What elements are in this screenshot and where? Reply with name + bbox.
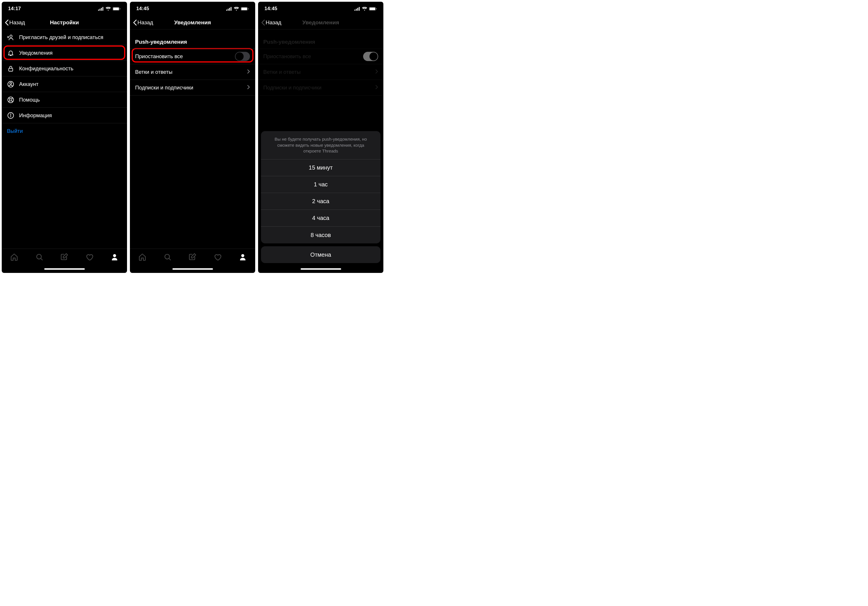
status-time: 14:45 (136, 6, 149, 12)
back-button[interactable]: Назад (5, 19, 25, 26)
battery-icon (369, 7, 377, 11)
wifi-icon (362, 7, 367, 11)
tab-activity-icon[interactable] (214, 253, 222, 262)
sheet-option-4h[interactable]: 4 часа (261, 210, 380, 226)
tab-compose-icon[interactable] (60, 253, 68, 262)
svg-rect-2 (101, 8, 102, 11)
pause-all-toggle[interactable] (363, 52, 378, 61)
action-sheet: Вы не будете получать push-уведомления, … (261, 131, 380, 263)
chevron-right-icon (247, 69, 250, 75)
tab-home-icon[interactable] (138, 253, 146, 262)
svg-rect-34 (369, 8, 375, 10)
svg-rect-25 (248, 8, 248, 9)
tab-compose-icon[interactable] (188, 253, 197, 262)
cellular-icon (226, 7, 232, 11)
settings-item-label: Помощь (19, 97, 122, 103)
tab-search-icon[interactable] (35, 253, 43, 262)
tab-search-icon[interactable] (163, 253, 172, 262)
settings-item-privacy[interactable]: Конфиденциальность (2, 61, 127, 76)
svg-point-15 (11, 114, 11, 114)
svg-rect-22 (231, 7, 231, 11)
settings-item-account[interactable]: Аккаунт (2, 76, 127, 92)
settings-item-label: Уведомления (19, 50, 122, 56)
row-label: Приостановить все (263, 53, 358, 60)
logout-label: Выйти (7, 128, 122, 134)
tab-profile-icon[interactable] (239, 253, 247, 262)
svg-rect-6 (120, 8, 120, 9)
svg-rect-8 (9, 68, 13, 71)
row-label: Ветки и ответы (263, 69, 370, 75)
notify-row-follows[interactable]: Подписки и подписчики (130, 80, 255, 96)
nav-bar: Назад Уведомления (258, 15, 383, 29)
svg-rect-19 (226, 9, 227, 11)
notify-row-threads-replies[interactable]: Ветки и ответы (130, 64, 255, 80)
battery-icon (241, 7, 249, 11)
settings-item-label: Аккаунт (19, 81, 122, 87)
svg-rect-1 (99, 9, 101, 11)
back-label: Назад (138, 19, 153, 26)
svg-rect-29 (355, 9, 355, 11)
account-icon (7, 81, 14, 88)
back-button[interactable]: Назад (133, 19, 153, 26)
lock-icon (7, 65, 14, 72)
tab-home-icon[interactable] (10, 253, 18, 262)
notify-row-pause-all[interactable]: Приостановить все (130, 49, 255, 64)
tab-bar (2, 249, 127, 266)
status-indicators (355, 7, 377, 11)
settings-item-label: Информация (19, 112, 122, 119)
home-indicator[interactable] (130, 266, 255, 273)
home-indicator[interactable] (258, 266, 383, 273)
invite-icon (7, 34, 14, 41)
home-indicator[interactable] (2, 266, 127, 273)
settings-item-help[interactable]: Помощь (2, 92, 127, 108)
svg-rect-31 (357, 8, 358, 11)
sheet-option-2h[interactable]: 2 часа (261, 193, 380, 210)
back-label: Назад (9, 19, 25, 26)
battery-icon (113, 7, 121, 11)
settings-item-notifications[interactable]: Уведомления (2, 45, 127, 61)
status-indicators (98, 7, 121, 11)
row-label: Приостановить все (135, 53, 230, 60)
section-push: Push-уведомления (130, 29, 255, 49)
info-icon (7, 112, 14, 119)
sheet-option-1h[interactable]: 1 час (261, 176, 380, 193)
screen-notifications-sheet: 14:45 Назад Уведомления Push-уведомления… (258, 2, 383, 273)
notify-row-threads-replies[interactable]: Ветки и ответы (258, 64, 383, 80)
settings-item-about[interactable]: Информация (2, 108, 127, 123)
bell-icon (7, 50, 14, 56)
content-area: Push-уведомления Приостановить все Ветки… (130, 29, 255, 249)
pause-all-toggle[interactable] (235, 52, 250, 61)
content-area: Пригласить друзей и подписаться Уведомле… (2, 29, 127, 249)
chevron-right-icon (247, 85, 250, 91)
status-time: 14:45 (265, 6, 277, 12)
status-bar: 14:17 (2, 2, 127, 15)
sheet-option-15min[interactable]: 15 минут (261, 160, 380, 176)
svg-rect-0 (98, 9, 99, 11)
chevron-right-icon (375, 85, 378, 91)
svg-rect-24 (241, 8, 247, 10)
sheet-option-8h[interactable]: 8 часов (261, 226, 380, 243)
settings-item-label: Конфиденциальность (19, 65, 122, 72)
tab-activity-icon[interactable] (85, 253, 93, 262)
wifi-icon (234, 7, 239, 11)
tab-profile-icon[interactable] (110, 253, 119, 262)
notify-row-follows[interactable]: Подписки и подписчики (258, 80, 383, 96)
screen-settings: 14:17 Назад Настройки Пригласить друзей … (2, 2, 127, 273)
settings-item-invite[interactable]: Пригласить друзей и подписаться (2, 29, 127, 45)
status-bar: 14:45 (258, 2, 383, 15)
row-label: Ветки и ответы (135, 69, 242, 75)
svg-rect-5 (113, 8, 119, 10)
svg-rect-3 (102, 7, 103, 11)
chevron-right-icon (375, 69, 378, 75)
sheet-cancel-button[interactable]: Отмена (261, 246, 380, 263)
status-bar: 14:45 (130, 2, 255, 15)
back-label: Назад (266, 19, 281, 26)
logout-button[interactable]: Выйти (2, 123, 127, 139)
row-label: Подписки и подписчики (263, 85, 370, 91)
back-button[interactable]: Назад (261, 19, 281, 26)
screen-notifications: 14:45 Назад Уведомления Push-уведомления… (130, 2, 255, 273)
help-icon (7, 96, 14, 103)
svg-rect-21 (229, 8, 230, 11)
notify-row-pause-all[interactable]: Приостановить все (258, 49, 383, 64)
svg-rect-35 (376, 8, 377, 9)
